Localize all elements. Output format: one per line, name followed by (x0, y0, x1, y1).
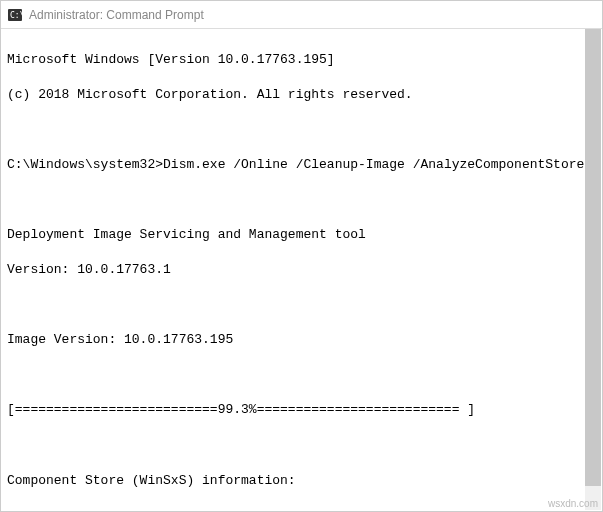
cmd-icon: C:\ (7, 7, 23, 23)
blank-line (7, 296, 596, 314)
console-line: Component Store (WinSxS) information: (7, 472, 596, 490)
window-titlebar[interactable]: C:\ Administrator: Command Prompt (1, 1, 602, 29)
blank-line (7, 121, 596, 139)
console-prompt-line: C:\Windows\system32>Dism.exe /Online /Cl… (7, 156, 596, 174)
watermark: wsxdn.com (548, 498, 598, 509)
console-area[interactable]: Microsoft Windows [Version 10.0.17763.19… (1, 29, 602, 512)
console-line: Image Version: 10.0.17763.195 (7, 331, 596, 349)
console-line: Microsoft Windows [Version 10.0.17763.19… (7, 51, 596, 69)
console-line: (c) 2018 Microsoft Corporation. All righ… (7, 86, 596, 104)
blank-line (7, 507, 596, 512)
prompt-command: Dism.exe /Online /Cleanup-Image /Analyze… (163, 157, 584, 172)
window-title: Administrator: Command Prompt (29, 8, 204, 22)
vertical-scrollbar[interactable] (585, 29, 601, 510)
console-line: Version: 10.0.17763.1 (7, 261, 596, 279)
blank-line (7, 191, 596, 209)
scrollbar-thumb[interactable] (585, 29, 601, 486)
svg-text:C:\: C:\ (10, 11, 23, 20)
blank-line (7, 437, 596, 455)
progress-bar-line: [==========================99.3%========… (7, 401, 596, 419)
console-line: Deployment Image Servicing and Managemen… (7, 226, 596, 244)
blank-line (7, 366, 596, 384)
prompt-path: C:\Windows\system32> (7, 157, 163, 172)
